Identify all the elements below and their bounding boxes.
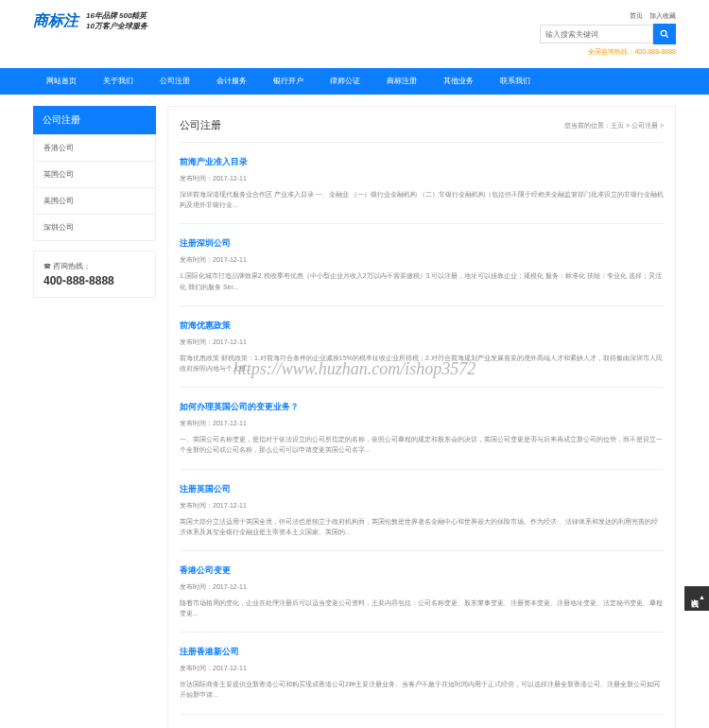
article-title[interactable]: 注册香港新公司 xyxy=(180,646,664,658)
nav-contact[interactable]: 联系我们 xyxy=(487,68,544,95)
hotline-tel: 400-888-8888 xyxy=(634,48,676,55)
sidebar-item-uk[interactable]: 英国公司 xyxy=(34,162,155,188)
article-desc: 随着市场格局的变化，企业在处理注册后可以适当变更公司资料，主要内容包括：公司名称… xyxy=(180,598,664,618)
article-date: 发布时间：2017-12-11 xyxy=(180,419,664,428)
hotline-label: 全国咨询热线： xyxy=(588,48,634,55)
nav-home[interactable]: 网站首页 xyxy=(33,68,90,95)
article-title[interactable]: 香港公司变更 xyxy=(180,564,664,577)
slogan-line2: 10万客户全球服务 xyxy=(86,22,147,31)
search-input[interactable] xyxy=(540,25,653,43)
svg-point-0 xyxy=(661,30,666,36)
contact-tel: 400-888-8888 xyxy=(43,274,146,287)
search-area xyxy=(540,24,676,44)
nav-list: 网站首页 关于我们 公司注册 会计服务 银行开户 律师公证 商标注册 其他业务 … xyxy=(33,68,676,95)
header: 商标注 16年品牌 500精英 10万客户全球服务 首页 加入收藏 xyxy=(33,0,676,68)
sidebar-item-sz[interactable]: 深圳公司 xyxy=(34,215,155,240)
article-title[interactable]: 前海优惠政策 xyxy=(180,320,664,332)
article-title[interactable]: 如何办理英国公司的变更业务？ xyxy=(180,401,664,413)
article-date: 发布时间：2017-12-11 xyxy=(180,582,664,592)
nav-bank[interactable]: 银行开户 xyxy=(260,68,317,95)
breadcrumb: 您当前的位置：主页 > 公司注册 > xyxy=(564,121,664,130)
article-date: 发布时间：2017-12-11 xyxy=(180,174,664,183)
article-item: 注册香港新公司 发布时间：2017-12-11 宣达国际商务主要提供业新香港公司… xyxy=(180,633,664,714)
article-desc: 英国大部分立法适用于英国全境，但司法也是独立于政府机构而，英国伦敦是世界著名金融… xyxy=(180,516,664,537)
article-item: 香港协会注册、促进会、研究院、学会 发布时间：2017-12-11 在香港可以注… xyxy=(180,715,664,728)
article-item: 香港公司变更 发布时间：2017-12-11 随着市场格局的变化，企业在处理注册… xyxy=(180,551,664,633)
article-desc: 深圳前海深港现代服务业合作区 产业准入目录 一、金融业 （一）银行业金融机构 （… xyxy=(180,189,664,210)
nav-other[interactable]: 其他业务 xyxy=(430,68,487,95)
slogan: 16年品牌 500精英 10万客户全球服务 xyxy=(86,11,147,31)
article-list: 前海产业准入目录 发布时间：2017-12-11 深圳前海深港现代服务业合作区 … xyxy=(180,143,664,728)
article-desc: 宣达国际商务主要提供业新香港公司和购买现成香港公司2种主要注册业务。当客户不急于… xyxy=(180,679,664,700)
main-nav: 网站首页 关于我们 公司注册 会计服务 银行开户 律师公证 商标注册 其他业务 … xyxy=(0,68,709,95)
article-date: 发布时间：2017-12-11 xyxy=(180,338,664,347)
content-header: 公司注册 您当前的位置：主页 > 公司注册 > xyxy=(180,118,664,143)
side-float-consult[interactable]: 在线咨询 xyxy=(684,586,709,611)
nav-trademark[interactable]: 商标注册 xyxy=(373,68,430,95)
sidebar-category-list: 香港公司 英国公司 美国公司 深圳公司 xyxy=(33,134,156,241)
article-title[interactable]: 注册英国公司 xyxy=(180,483,664,495)
nav-accounting[interactable]: 会计服务 xyxy=(203,68,260,95)
article-date: 发布时间：2017-12-11 xyxy=(180,501,664,511)
article-date: 发布时间：2017-12-11 xyxy=(180,664,664,673)
hotline: 全国咨询热线：400-888-8888 xyxy=(588,47,676,57)
search-button[interactable] xyxy=(653,24,676,44)
article-desc: 1.国际化城市打造品牌效果2.税收享有优惠（中小型企业月收入2万以内不需要缴税）… xyxy=(180,270,664,291)
slogan-line1: 16年品牌 500精英 xyxy=(86,11,147,21)
article-title[interactable]: 注册深圳公司 xyxy=(180,237,664,250)
article-item: 注册英国公司 发布时间：2017-12-11 英国大部分立法适用于英国全境，但司… xyxy=(180,470,664,551)
content-area: 公司注册 您当前的位置：主页 > 公司注册 > 前海产业准入目录 发布时间：20… xyxy=(167,106,676,728)
sidebar-title: 公司注册 xyxy=(33,106,156,134)
top-link-home[interactable]: 首页 xyxy=(630,12,643,19)
contact-box: 咨询热线： 400-888-8888 xyxy=(33,251,156,298)
contact-label: 咨询热线： xyxy=(43,261,146,271)
sidebar-item-us[interactable]: 美国公司 xyxy=(34,188,155,215)
article-item: 注册深圳公司 发布时间：2017-12-11 1.国际化城市打造品牌效果2.税收… xyxy=(180,224,664,305)
article-item: 前海优惠政策 发布时间：2017-12-11 前海优惠政策 财税政策：1.对前海… xyxy=(180,306,664,388)
top-link-favorite[interactable]: 加入收藏 xyxy=(649,12,676,19)
nav-about[interactable]: 关于我们 xyxy=(90,68,147,95)
nav-lawyer[interactable]: 律师公证 xyxy=(317,68,373,95)
logo[interactable]: 商标注 xyxy=(33,11,78,31)
page-title: 公司注册 xyxy=(180,118,221,132)
article-item: 如何办理英国公司的变更业务？ 发布时间：2017-12-11 一、英国公司名称变… xyxy=(180,388,664,469)
article-title[interactable]: 前海产业准入目录 xyxy=(180,156,664,168)
article-desc: 一、英国公司名称变更，是指对于依法设立的公司所指定的名称，依照公司章程的规定和股… xyxy=(180,434,664,455)
svg-line-1 xyxy=(666,35,668,38)
search-icon xyxy=(660,29,669,39)
article-item: 前海产业准入目录 发布时间：2017-12-11 深圳前海深港现代服务业合作区 … xyxy=(180,143,664,224)
top-links: 首页 加入收藏 xyxy=(625,11,676,21)
nav-register[interactable]: 公司注册 xyxy=(147,68,203,95)
sidebar-item-hk[interactable]: 香港公司 xyxy=(34,135,155,162)
sidebar: 公司注册 香港公司 英国公司 美国公司 深圳公司 咨询热线： 400-888-8… xyxy=(33,106,156,728)
main-content: 公司注册 香港公司 英国公司 美国公司 深圳公司 咨询热线： 400-888-8… xyxy=(33,95,676,728)
article-date: 发布时间：2017-12-11 xyxy=(180,255,664,265)
logo-area: 商标注 16年品牌 500精英 10万客户全球服务 xyxy=(33,11,147,31)
article-desc: 前海优惠政策 财税政策：1.对前海符合条件的企业减按15%的税率征收企业所得税；… xyxy=(180,353,664,373)
